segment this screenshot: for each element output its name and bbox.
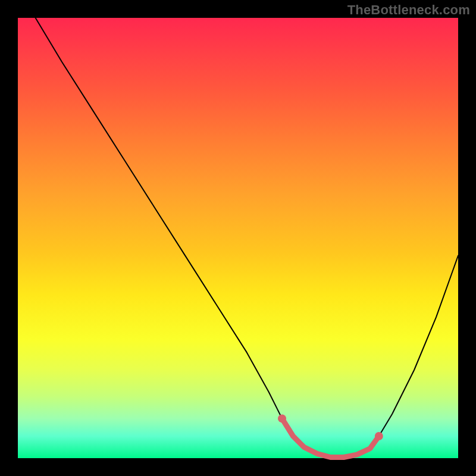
highlight-endpoint [375,432,383,440]
highlight-endpoint [278,414,286,422]
plot-area [18,18,458,458]
watermark-text: TheBottleneck.com [347,2,470,18]
chart-svg [18,18,458,458]
chart-frame: TheBottleneck.com [0,0,476,476]
bottleneck-curve [36,18,458,458]
optimal-range-highlight [282,418,379,457]
